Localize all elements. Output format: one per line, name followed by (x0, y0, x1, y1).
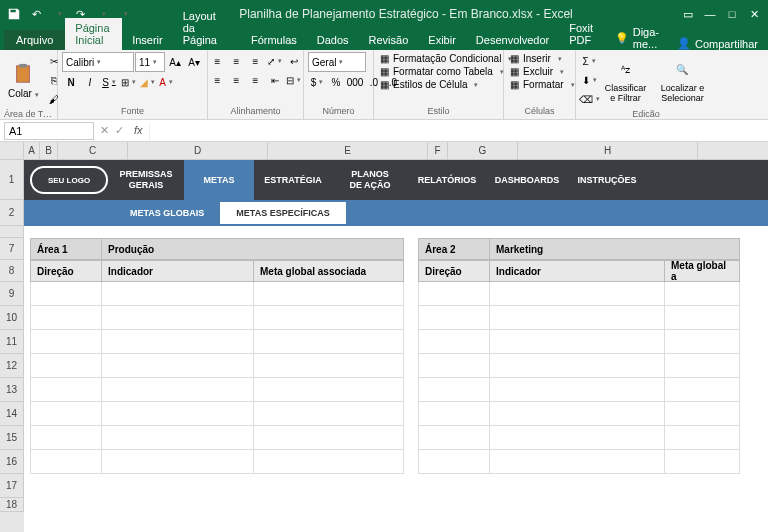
tab-data[interactable]: Dados (307, 30, 359, 50)
nav-relatorios[interactable]: RELATÓRIOS (408, 160, 486, 200)
tab-view[interactable]: Exibir (418, 30, 466, 50)
confirm-formula-icon[interactable]: ✓ (115, 124, 124, 137)
increase-font-icon[interactable]: A▴ (166, 53, 184, 71)
align-bottom-icon[interactable]: ≡ (247, 52, 265, 70)
row-header[interactable]: 10 (0, 306, 24, 330)
border-icon[interactable]: ⊞ (119, 73, 137, 91)
italic-button[interactable]: I (81, 73, 99, 91)
insert-cells-button[interactable]: ▦Inserir (508, 52, 564, 65)
decrease-indent-icon[interactable]: ⇤ (266, 71, 284, 89)
paste-button[interactable]: Colar (4, 60, 43, 101)
table-area2: Área 2 Marketing Direção Indicador Meta … (418, 238, 740, 474)
save-icon[interactable] (4, 4, 24, 24)
align-middle-icon[interactable]: ≡ (228, 52, 246, 70)
tab-formulas[interactable]: Fórmulas (241, 30, 307, 50)
align-left-icon[interactable]: ≡ (209, 71, 227, 89)
tab-review[interactable]: Revisão (359, 30, 419, 50)
format-cells-button[interactable]: ▦Formatar (508, 78, 577, 91)
clear-icon[interactable]: ⌫ (580, 90, 598, 108)
row-header[interactable]: 13 (0, 378, 24, 402)
nav-instrucoes[interactable]: INSTRUÇÕES (568, 160, 646, 200)
fx-icon[interactable]: fx (134, 124, 143, 137)
currency-icon[interactable]: $ (308, 73, 326, 91)
row-header[interactable]: 9 (0, 282, 24, 306)
col-header[interactable]: F (428, 142, 448, 159)
delete-cells-button[interactable]: ▦Excluir (508, 65, 566, 78)
nav-dashboards[interactable]: DASHBOARDS (486, 160, 568, 200)
bold-button[interactable]: N (62, 73, 80, 91)
col-header[interactable]: D (128, 142, 268, 159)
row-header[interactable]: 2 (0, 200, 24, 226)
area1-col-indicador: Indicador (102, 260, 254, 282)
formula-input[interactable] (149, 122, 768, 140)
number-format-select[interactable]: Geral (308, 52, 366, 72)
row-header[interactable]: 17 (0, 474, 24, 498)
format-as-table-button[interactable]: ▦Formatar como Tabela (378, 65, 506, 78)
align-top-icon[interactable]: ≡ (209, 52, 227, 70)
share-button[interactable]: 👤Compartilhar (667, 37, 768, 50)
col-header[interactable]: A (24, 142, 40, 159)
ribbon-options-icon[interactable]: ▭ (678, 4, 698, 24)
autosum-icon[interactable]: Σ (580, 52, 598, 70)
tab-insert[interactable]: Inserir (122, 30, 173, 50)
tell-me[interactable]: 💡Diga-me... (607, 26, 667, 50)
maximize-icon[interactable]: □ (722, 4, 742, 24)
cell-area[interactable]: SEU LOGO PREMISSAS GERAIS METAS ESTRATÉG… (24, 160, 768, 532)
table-area1: Área 1 Produção Direção Indicador Meta g… (30, 238, 404, 474)
nav-estrategia[interactable]: ESTRATÉGIA (254, 160, 332, 200)
undo-icon[interactable]: ↶ (26, 4, 46, 24)
align-right-icon[interactable]: ≡ (247, 71, 265, 89)
find-select-button[interactable]: 🔍 Localizar e Selecionar (653, 55, 712, 105)
fill-color-icon[interactable]: ◢ (138, 73, 156, 91)
sort-filter-button[interactable]: ᴬᴢ Classificar e Filtrar (600, 55, 651, 105)
row-header[interactable] (0, 226, 24, 238)
fill-icon[interactable]: ⬇ (580, 71, 598, 89)
area1-label: Área 1 (30, 238, 102, 260)
close-icon[interactable]: ✕ (744, 4, 764, 24)
row-header[interactable]: 11 (0, 330, 24, 354)
row-header[interactable]: 18 (0, 498, 24, 512)
minimize-icon[interactable]: — (700, 4, 720, 24)
merge-icon[interactable]: ⊟ (285, 71, 303, 89)
conditional-formatting-button[interactable]: ▦Formatação Condicional (378, 52, 514, 65)
decrease-font-icon[interactable]: A▾ (185, 53, 203, 71)
comma-icon[interactable]: 000 (346, 73, 364, 91)
tab-foxit[interactable]: Foxit PDF (559, 18, 607, 50)
col-header[interactable]: E (268, 142, 428, 159)
conditional-icon: ▦ (380, 53, 389, 64)
percent-icon[interactable]: % (327, 73, 345, 91)
align-center-icon[interactable]: ≡ (228, 71, 246, 89)
orientation-icon[interactable]: ⤢ (266, 52, 284, 70)
row-header[interactable]: 15 (0, 426, 24, 450)
clipboard-icon (11, 62, 35, 86)
subtab-metas-especificas[interactable]: METAS ESPECÍFICAS (220, 202, 345, 224)
wrap-text-icon[interactable]: ↩ (285, 52, 303, 70)
cancel-formula-icon[interactable]: ✕ (100, 124, 109, 137)
subtab-metas-globais[interactable]: METAS GLOBAIS (114, 202, 220, 224)
tab-home[interactable]: Página Inicial (65, 18, 122, 50)
cell-styles-button[interactable]: ▦Estilos de Célula (378, 78, 480, 91)
nav-planos[interactable]: PLANOS DE AÇÃO (332, 160, 408, 200)
tab-layout[interactable]: Layout da Página (173, 6, 241, 50)
col-header[interactable]: B (40, 142, 58, 159)
row-header[interactable]: 1 (0, 160, 24, 200)
nav-metas[interactable]: METAS (184, 160, 254, 200)
tab-file[interactable]: Arquivo (4, 30, 65, 50)
font-color-icon[interactable]: A (157, 73, 175, 91)
col-header[interactable]: C (58, 142, 128, 159)
row-header[interactable]: 7 (0, 238, 24, 260)
font-size-select[interactable]: 11 (135, 52, 165, 72)
font-name-select[interactable]: Calibri (62, 52, 134, 72)
row-header[interactable]: 8 (0, 260, 24, 282)
group-clipboard-label: Área de Tra... (4, 108, 53, 117)
select-all-corner[interactable] (0, 142, 24, 159)
row-header[interactable]: 12 (0, 354, 24, 378)
col-header[interactable]: H (518, 142, 698, 159)
row-header[interactable]: 16 (0, 450, 24, 474)
underline-button[interactable]: S (100, 73, 118, 91)
tab-developer[interactable]: Desenvolvedor (466, 30, 559, 50)
nav-premissas[interactable]: PREMISSAS GERAIS (108, 160, 184, 200)
col-header[interactable]: G (448, 142, 518, 159)
row-header[interactable]: 14 (0, 402, 24, 426)
name-box[interactable]: A1 (4, 122, 94, 140)
